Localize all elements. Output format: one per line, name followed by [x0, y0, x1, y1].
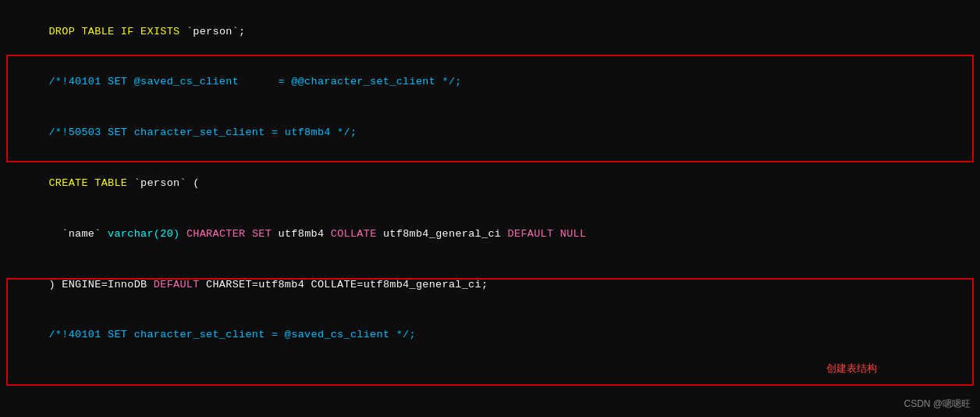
- kw-drop: DROP: [48, 26, 75, 37]
- code-block: DROP TABLE IF EXISTS `person`; /*!40101 …: [9, 6, 971, 417]
- separator-1: --: [9, 394, 971, 417]
- watermark: CSDN @嗯嗯旺: [904, 397, 971, 411]
- code-container: DROP TABLE IF EXISTS `person`; /*!40101 …: [0, 0, 980, 417]
- code-line-engine: ) ENGINE=InnoDB DEFAULT CHARSET=utf8mb4 …: [9, 259, 971, 310]
- code-line-comment1: /*!40101 SET @saved_cs_client = @@charac…: [9, 57, 971, 108]
- annotation-create-label: 创建表结构: [826, 362, 877, 374]
- annotation-create-row: 创建表结构: [9, 360, 971, 377]
- kw-table: TABLE: [81, 26, 114, 37]
- code-line-create: CREATE TABLE `person` (: [9, 158, 971, 208]
- blank-line-1: [9, 377, 971, 394]
- code-line-drop: DROP TABLE IF EXISTS `person`;: [9, 6, 971, 57]
- kw-character: CHARACTER: [186, 228, 246, 240]
- code-line-comment2: /*!50503 SET character_set_client = utf8…: [9, 108, 971, 159]
- code-line-comment3: /*!40101 SET character_set_client = @sav…: [9, 310, 971, 361]
- code-line-name-col: `name` varchar(20) CHARACTER SET utf8mb4…: [9, 208, 971, 259]
